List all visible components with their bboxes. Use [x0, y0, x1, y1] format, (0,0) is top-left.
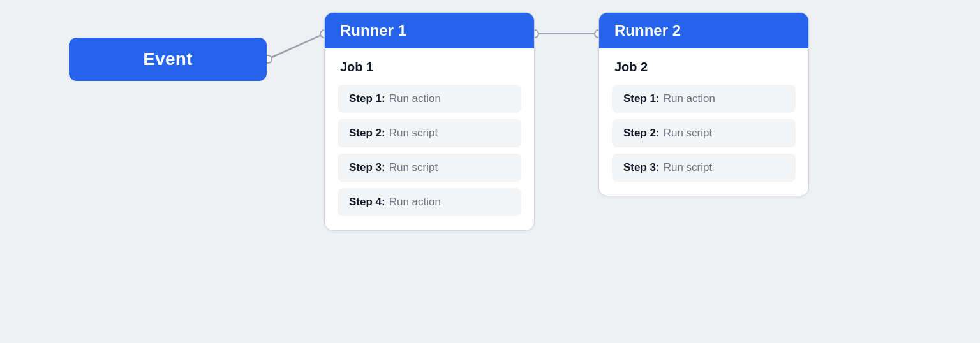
- step-value: Run script: [389, 127, 438, 140]
- list-item: Step 1: Run action: [612, 85, 796, 113]
- event-label: Event: [143, 49, 193, 69]
- list-item: Step 1: Run action: [338, 85, 521, 113]
- list-item: Step 3: Run script: [612, 154, 796, 182]
- step-value: Run action: [389, 196, 441, 208]
- step-value: Run action: [389, 92, 441, 105]
- list-item: Step 2: Run script: [338, 119, 521, 147]
- runner1-body: Job 1 Step 1: Run action Step 2: Run scr…: [325, 48, 534, 230]
- svg-line-0: [267, 34, 324, 59]
- step-label: Step 4:: [349, 196, 385, 208]
- runner2-header: Runner 2: [599, 13, 808, 48]
- runner1-header: Runner 1: [325, 13, 534, 48]
- list-item: Step 2: Run script: [612, 119, 796, 147]
- step-label: Step 1:: [349, 92, 385, 105]
- step-label: Step 1:: [623, 92, 660, 105]
- list-item: Step 4: Run action: [338, 188, 521, 216]
- runner2-title: Runner 2: [614, 22, 681, 40]
- step-label: Step 3:: [349, 161, 385, 174]
- diagram-canvas: Event Runner 1 Job 1 Step 1: Run action …: [43, 12, 937, 331]
- step-value: Run script: [389, 161, 438, 174]
- job1-title: Job 1: [338, 60, 521, 75]
- step-value: Run script: [664, 127, 713, 140]
- step-label: Step 2:: [349, 127, 385, 140]
- step-value: Run action: [664, 92, 715, 105]
- step-label: Step 3:: [623, 161, 660, 174]
- runner1-title: Runner 1: [340, 22, 406, 40]
- runner2-card: Runner 2 Job 2 Step 1: Run action Step 2…: [598, 12, 809, 196]
- runner1-card: Runner 1 Job 1 Step 1: Run action Step 2…: [324, 12, 535, 231]
- runner2-body: Job 2 Step 1: Run action Step 2: Run scr…: [599, 48, 808, 196]
- step-label: Step 2:: [623, 127, 660, 140]
- svg-line-1: [268, 34, 324, 59]
- step-value: Run script: [664, 161, 713, 174]
- event-node: Event: [69, 38, 267, 81]
- list-item: Step 3: Run script: [338, 154, 521, 182]
- job2-title: Job 2: [612, 60, 796, 75]
